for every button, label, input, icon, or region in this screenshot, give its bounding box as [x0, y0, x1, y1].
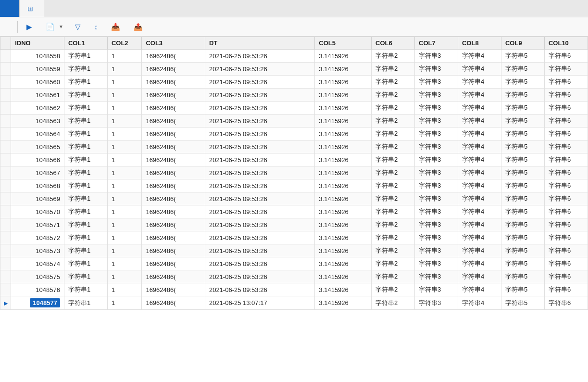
data-table-container[interactable]: IDNO COL1 COL2 COL3 DT COL5 COL6 COL7 CO…: [0, 37, 588, 382]
cell-dt: 2021-06-25 09:53:26: [205, 153, 314, 166]
cell-col6: 字符串2: [372, 205, 415, 218]
table-row[interactable]: 1048571字符串1116962486(2021-06-25 09:53:26…: [0, 218, 588, 231]
cell-col3: 16962486(: [142, 153, 205, 166]
col-header-col10[interactable]: COL10: [544, 37, 588, 50]
cell-col3: 16962486(: [142, 115, 205, 127]
cell-col6: 字符串2: [372, 153, 415, 166]
cell-col8: 字符串4: [458, 115, 501, 127]
row-indicator: [0, 102, 11, 115]
row-indicator: [0, 205, 11, 218]
table-row[interactable]: 1048570字符串1116962486(2021-06-25 09:53:26…: [0, 205, 588, 218]
cell-col5: 3.1415926: [315, 205, 372, 218]
cell-dt: 2021-06-25 09:53:26: [205, 140, 314, 153]
table-row[interactable]: 1048558字符串1116962486(2021-06-25 09:53:26…: [0, 50, 588, 63]
cell-col9: 字符串5: [501, 50, 544, 63]
col-header-col2[interactable]: COL2: [107, 37, 142, 50]
cell-col10: 字符串6: [544, 127, 588, 140]
cell-col8: 字符串4: [458, 218, 501, 231]
cell-idno: 1048577: [11, 296, 64, 310]
tab-object[interactable]: [0, 0, 19, 17]
sort-button[interactable]: ↕: [89, 21, 105, 33]
table-row[interactable]: 1048574字符串1116962486(2021-06-25 09:53:26…: [0, 257, 588, 270]
table-row[interactable]: 1048566字符串1116962486(2021-06-25 09:53:26…: [0, 153, 588, 166]
table-row[interactable]: 1048561字符串1116962486(2021-06-25 09:53:26…: [0, 89, 588, 102]
begin-transaction-button[interactable]: ▶: [22, 21, 39, 33]
col-header-col3[interactable]: COL3: [142, 37, 205, 50]
row-indicator: [0, 89, 11, 102]
table-row[interactable]: 1048576字符串1116962486(2021-06-25 09:53:26…: [0, 283, 588, 296]
table-row[interactable]: 1048562字符串1116962486(2021-06-25 09:53:26…: [0, 102, 588, 115]
cell-col9: 字符串5: [501, 63, 544, 76]
cell-col3: 16962486(: [142, 192, 205, 205]
row-indicator: [0, 115, 11, 127]
cell-col10: 字符串6: [544, 218, 588, 231]
cell-col5: 3.1415926: [315, 153, 372, 166]
cell-col2: 1: [107, 231, 142, 244]
col-header-col9[interactable]: COL9: [501, 37, 544, 50]
toolbar: ▶ 📄 ▼ ▽ ↕ 📥 📤: [0, 17, 588, 37]
col-header-col5[interactable]: COL5: [315, 37, 372, 50]
cell-col8: 字符串4: [458, 283, 501, 296]
cell-col2: 1: [107, 218, 142, 231]
cell-idno: 1048558: [11, 50, 64, 63]
col-header-idno[interactable]: IDNO: [11, 37, 64, 50]
cell-dt: 2021-06-25 09:53:26: [205, 127, 314, 140]
cell-col5: 3.1415926: [315, 127, 372, 140]
table-row[interactable]: 1048560字符串1116962486(2021-06-25 09:53:26…: [0, 76, 588, 89]
cell-col6: 字符串2: [372, 218, 415, 231]
table-row[interactable]: 1048573字符串1116962486(2021-06-25 09:53:26…: [0, 244, 588, 257]
table-row[interactable]: 1048568字符串1116962486(2021-06-25 09:53:26…: [0, 179, 588, 192]
col-header-dt[interactable]: DT: [205, 37, 314, 50]
menu-icon[interactable]: [4, 25, 13, 29]
cell-col9: 字符串5: [501, 140, 544, 153]
table-row[interactable]: 1048559字符串1116962486(2021-06-25 09:53:26…: [0, 63, 588, 76]
divider-1: [17, 21, 18, 33]
export-button[interactable]: 📤: [129, 21, 150, 33]
cell-dt: 2021-06-25 13:07:17: [205, 296, 314, 310]
col-header-col1[interactable]: COL1: [64, 37, 107, 50]
cell-col7: 字符串3: [415, 153, 458, 166]
cell-col3: 16962486(: [142, 218, 205, 231]
import-button[interactable]: 📥: [106, 21, 127, 33]
col-header-col6[interactable]: COL6: [372, 37, 415, 50]
cell-col2: 1: [107, 140, 142, 153]
data-table: IDNO COL1 COL2 COL3 DT COL5 COL6 COL7 CO…: [0, 37, 588, 310]
table-row[interactable]: ▶1048577字符串1116962486(2021-06-25 13:07:1…: [0, 296, 588, 310]
table-row[interactable]: 1048567字符串1116962486(2021-06-25 09:53:26…: [0, 166, 588, 179]
cell-idno: 1048570: [11, 205, 64, 218]
row-indicator: [0, 192, 11, 205]
cell-col6: 字符串2: [372, 257, 415, 270]
filter-icon: ▽: [75, 23, 81, 31]
col-header-col8[interactable]: COL8: [458, 37, 501, 50]
cell-col7: 字符串3: [415, 140, 458, 153]
cell-col10: 字符串6: [544, 231, 588, 244]
cell-col7: 字符串3: [415, 127, 458, 140]
table-row[interactable]: 1048572字符串1116962486(2021-06-25 09:53:26…: [0, 231, 588, 244]
row-indicator: ▶: [0, 296, 11, 310]
cell-col1: 字符串1: [64, 270, 107, 283]
row-indicator: [0, 231, 11, 244]
filter-button[interactable]: ▽: [70, 21, 88, 33]
cell-idno: 1048573: [11, 244, 64, 257]
cell-col10: 字符串6: [544, 257, 588, 270]
table-row[interactable]: 1048564字符串1116962486(2021-06-25 09:53:26…: [0, 127, 588, 140]
table-row[interactable]: 1048575字符串1116962486(2021-06-25 09:53:26…: [0, 270, 588, 283]
row-indicator: [0, 140, 11, 153]
cell-col2: 1: [107, 283, 142, 296]
table-row[interactable]: 1048565字符串1116962486(2021-06-25 09:53:26…: [0, 140, 588, 153]
tab-database[interactable]: ⊞: [19, 0, 44, 17]
cell-col1: 字符串1: [64, 257, 107, 270]
table-row[interactable]: 1048569字符串1116962486(2021-06-25 09:53:26…: [0, 192, 588, 205]
cell-idno: 1048559: [11, 63, 64, 76]
col-header-col7[interactable]: COL7: [415, 37, 458, 50]
table-row[interactable]: 1048563字符串1116962486(2021-06-25 09:53:26…: [0, 115, 588, 127]
cell-col3: 16962486(: [142, 231, 205, 244]
cell-col7: 字符串3: [415, 63, 458, 76]
cell-col1: 字符串1: [64, 140, 107, 153]
comment-button[interactable]: 📄 ▼: [41, 21, 68, 33]
cell-col7: 字符串3: [415, 218, 458, 231]
cell-dt: 2021-06-25 09:53:26: [205, 231, 314, 244]
cell-dt: 2021-06-25 09:53:26: [205, 205, 314, 218]
row-indicator: [0, 218, 11, 231]
cell-col8: 字符串4: [458, 257, 501, 270]
